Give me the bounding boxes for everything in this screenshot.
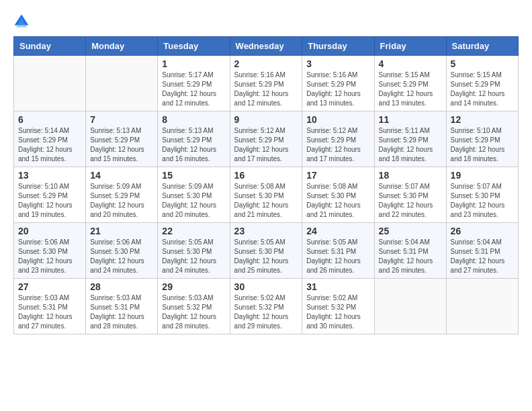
calendar-cell: 12Sunrise: 5:10 AMSunset: 5:29 PMDayligh… <box>446 111 518 167</box>
day-info: Sunrise: 5:04 AMSunset: 5:31 PMDaylight:… <box>451 238 514 275</box>
calendar-cell: 6Sunrise: 5:14 AMSunset: 5:29 PMDaylight… <box>14 111 86 167</box>
day-number: 1 <box>162 58 225 69</box>
day-info: Sunrise: 5:12 AMSunset: 5:29 PMDaylight:… <box>306 126 369 164</box>
day-number: 31 <box>306 281 369 292</box>
day-number: 16 <box>234 170 298 181</box>
weekday-header: Friday <box>374 37 446 56</box>
day-info: Sunrise: 5:08 AMSunset: 5:30 PMDaylight:… <box>234 182 298 220</box>
day-info: Sunrise: 5:15 AMSunset: 5:29 PMDaylight:… <box>379 71 442 108</box>
day-number: 23 <box>234 226 298 236</box>
calendar-cell: 17Sunrise: 5:08 AMSunset: 5:30 PMDayligh… <box>302 167 374 223</box>
day-info: Sunrise: 5:10 AMSunset: 5:29 PMDaylight:… <box>451 126 514 164</box>
day-number: 2 <box>234 58 298 69</box>
calendar-cell: 15Sunrise: 5:09 AMSunset: 5:30 PMDayligh… <box>158 167 230 223</box>
day-number: 17 <box>306 170 369 181</box>
logo <box>13 13 32 30</box>
weekday-header: Thursday <box>302 37 374 56</box>
calendar-cell <box>374 279 446 334</box>
day-number: 19 <box>451 170 514 181</box>
calendar-cell: 26Sunrise: 5:04 AMSunset: 5:31 PMDayligh… <box>446 223 518 279</box>
calendar-week-row: 20Sunrise: 5:06 AMSunset: 5:30 PMDayligh… <box>14 223 519 279</box>
day-number: 3 <box>306 58 369 69</box>
calendar-cell: 31Sunrise: 5:02 AMSunset: 5:32 PMDayligh… <box>302 279 374 334</box>
day-info: Sunrise: 5:17 AMSunset: 5:29 PMDaylight:… <box>162 71 225 108</box>
calendar-cell: 14Sunrise: 5:09 AMSunset: 5:29 PMDayligh… <box>86 167 158 223</box>
day-info: Sunrise: 5:06 AMSunset: 5:30 PMDaylight:… <box>18 238 81 275</box>
day-number: 10 <box>306 114 369 125</box>
day-number: 22 <box>162 226 225 236</box>
day-number: 6 <box>18 114 81 125</box>
calendar-cell <box>14 56 86 111</box>
calendar-cell: 16Sunrise: 5:08 AMSunset: 5:30 PMDayligh… <box>230 167 302 223</box>
day-info: Sunrise: 5:08 AMSunset: 5:30 PMDaylight:… <box>306 182 369 220</box>
day-info: Sunrise: 5:07 AMSunset: 5:30 PMDaylight:… <box>379 182 442 220</box>
calendar-week-row: 13Sunrise: 5:10 AMSunset: 5:29 PMDayligh… <box>14 167 519 223</box>
weekday-header: Monday <box>86 37 158 56</box>
day-number: 26 <box>451 226 514 236</box>
calendar-cell: 29Sunrise: 5:03 AMSunset: 5:32 PMDayligh… <box>158 279 230 334</box>
day-info: Sunrise: 5:10 AMSunset: 5:29 PMDaylight:… <box>18 182 81 220</box>
calendar-cell: 18Sunrise: 5:07 AMSunset: 5:30 PMDayligh… <box>374 167 446 223</box>
calendar-cell <box>446 279 518 334</box>
calendar-cell: 24Sunrise: 5:05 AMSunset: 5:31 PMDayligh… <box>302 223 374 279</box>
calendar-cell: 4Sunrise: 5:15 AMSunset: 5:29 PMDaylight… <box>374 56 446 111</box>
weekday-header: Wednesday <box>230 37 302 56</box>
calendar-cell: 3Sunrise: 5:16 AMSunset: 5:29 PMDaylight… <box>302 56 374 111</box>
calendar-cell: 22Sunrise: 5:05 AMSunset: 5:30 PMDayligh… <box>158 223 230 279</box>
day-number: 9 <box>234 114 298 125</box>
day-info: Sunrise: 5:03 AMSunset: 5:32 PMDaylight:… <box>162 293 225 331</box>
day-info: Sunrise: 5:02 AMSunset: 5:32 PMDaylight:… <box>234 293 298 331</box>
day-info: Sunrise: 5:09 AMSunset: 5:29 PMDaylight:… <box>90 182 153 220</box>
calendar-week-row: 6Sunrise: 5:14 AMSunset: 5:29 PMDaylight… <box>14 111 519 167</box>
calendar-week-row: 1Sunrise: 5:17 AMSunset: 5:29 PMDaylight… <box>14 56 519 111</box>
day-number: 27 <box>18 281 81 292</box>
day-number: 28 <box>90 281 153 292</box>
day-info: Sunrise: 5:03 AMSunset: 5:31 PMDaylight:… <box>18 293 81 331</box>
calendar-cell: 28Sunrise: 5:03 AMSunset: 5:31 PMDayligh… <box>86 279 158 334</box>
weekday-header: Sunday <box>14 37 86 56</box>
calendar-cell: 23Sunrise: 5:05 AMSunset: 5:30 PMDayligh… <box>230 223 302 279</box>
calendar-cell: 19Sunrise: 5:07 AMSunset: 5:30 PMDayligh… <box>446 167 518 223</box>
day-number: 5 <box>451 58 514 69</box>
calendar-cell: 8Sunrise: 5:13 AMSunset: 5:29 PMDaylight… <box>158 111 230 167</box>
calendar-header-row: SundayMondayTuesdayWednesdayThursdayFrid… <box>14 37 519 56</box>
calendar-cell: 2Sunrise: 5:16 AMSunset: 5:29 PMDaylight… <box>230 56 302 111</box>
day-info: Sunrise: 5:03 AMSunset: 5:31 PMDaylight:… <box>90 293 153 331</box>
calendar-cell: 20Sunrise: 5:06 AMSunset: 5:30 PMDayligh… <box>14 223 86 279</box>
day-info: Sunrise: 5:12 AMSunset: 5:29 PMDaylight:… <box>234 126 298 164</box>
day-number: 20 <box>18 226 81 236</box>
day-number: 30 <box>234 281 298 292</box>
day-number: 13 <box>18 170 81 181</box>
day-info: Sunrise: 5:13 AMSunset: 5:29 PMDaylight:… <box>162 126 225 164</box>
day-info: Sunrise: 5:16 AMSunset: 5:29 PMDaylight:… <box>306 71 369 108</box>
day-info: Sunrise: 5:07 AMSunset: 5:30 PMDaylight:… <box>451 182 514 220</box>
day-number: 8 <box>162 114 225 125</box>
calendar-cell: 5Sunrise: 5:15 AMSunset: 5:29 PMDaylight… <box>446 56 518 111</box>
day-number: 29 <box>162 281 225 292</box>
calendar-cell <box>86 56 158 111</box>
day-info: Sunrise: 5:09 AMSunset: 5:30 PMDaylight:… <box>162 182 225 220</box>
calendar-cell: 25Sunrise: 5:04 AMSunset: 5:31 PMDayligh… <box>374 223 446 279</box>
calendar-cell: 13Sunrise: 5:10 AMSunset: 5:29 PMDayligh… <box>14 167 86 223</box>
calendar-cell: 7Sunrise: 5:13 AMSunset: 5:29 PMDaylight… <box>86 111 158 167</box>
calendar-table: SundayMondayTuesdayWednesdayThursdayFrid… <box>13 36 519 334</box>
day-number: 15 <box>162 170 225 181</box>
calendar-cell: 30Sunrise: 5:02 AMSunset: 5:32 PMDayligh… <box>230 279 302 334</box>
day-number: 24 <box>306 226 369 236</box>
weekday-header: Saturday <box>446 37 518 56</box>
day-info: Sunrise: 5:04 AMSunset: 5:31 PMDaylight:… <box>379 238 442 275</box>
day-info: Sunrise: 5:06 AMSunset: 5:30 PMDaylight:… <box>90 238 153 275</box>
day-number: 18 <box>379 170 442 181</box>
weekday-header: Tuesday <box>158 37 230 56</box>
day-number: 25 <box>379 226 442 236</box>
day-info: Sunrise: 5:15 AMSunset: 5:29 PMDaylight:… <box>451 71 514 108</box>
day-info: Sunrise: 5:02 AMSunset: 5:32 PMDaylight:… <box>306 293 369 331</box>
day-number: 21 <box>90 226 153 236</box>
day-info: Sunrise: 5:13 AMSunset: 5:29 PMDaylight:… <box>90 126 153 164</box>
calendar-cell: 10Sunrise: 5:12 AMSunset: 5:29 PMDayligh… <box>302 111 374 167</box>
page-header <box>13 13 519 30</box>
calendar-cell: 27Sunrise: 5:03 AMSunset: 5:31 PMDayligh… <box>14 279 86 334</box>
day-number: 7 <box>90 114 153 125</box>
day-info: Sunrise: 5:14 AMSunset: 5:29 PMDaylight:… <box>18 126 81 164</box>
logo-icon <box>13 13 30 30</box>
